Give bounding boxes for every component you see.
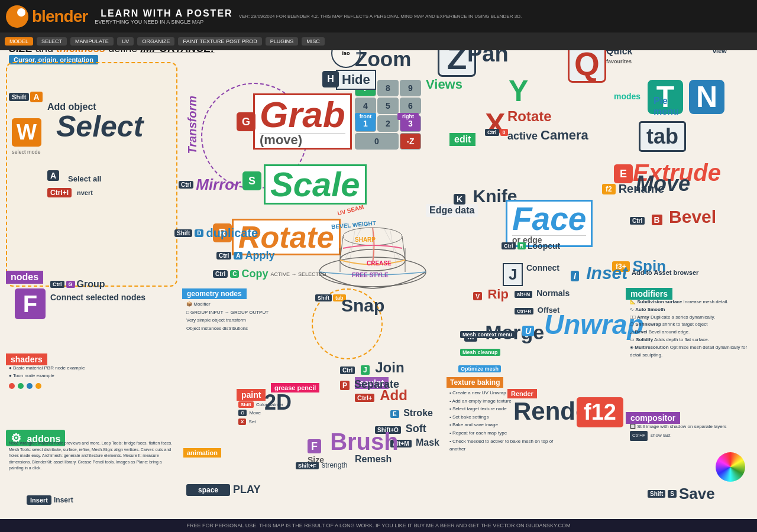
- select-texture-item: • Select target texture node: [449, 405, 568, 413]
- numpad-dot[interactable]: -Z: [400, 133, 421, 150]
- yellow-dot: [35, 383, 41, 389]
- w-key[interactable]: W: [12, 118, 41, 147]
- shift-key-save: Shift: [648, 490, 665, 498]
- group-nodes-text: Group: [77, 279, 105, 290]
- tab-organize[interactable]: ORGANIZE: [137, 37, 174, 46]
- tab-model[interactable]: MODEL: [5, 37, 33, 46]
- insert-key[interactable]: Insert: [27, 495, 51, 505]
- alt-n-key: alt+N: [515, 291, 532, 298]
- tab-interaction-key[interactable]: tab: [639, 121, 686, 152]
- multiresolution-item: ◈ Multiresolution Optimize mesh detail d…: [630, 344, 748, 359]
- modifier-item: 📦 Modifier: [186, 300, 310, 309]
- p-key-sep[interactable]: P: [340, 381, 350, 390]
- shift-a-shortcut: Shift A: [9, 92, 43, 102]
- compositor-list: 🔲 Still image with shadow on separate la…: [630, 423, 748, 441]
- i-key[interactable]: I: [571, 271, 579, 281]
- h-key[interactable]: H: [322, 71, 339, 87]
- x-rotate-key: X: [485, 106, 506, 142]
- geo-nodes-content: 📦 Modifier □ GROUP INPUT → GROUP OUTPUT …: [186, 300, 310, 332]
- numpad-9-opposite[interactable]: 9: [400, 80, 421, 96]
- compositor-content: 🔲 Still image with shadow on separate la…: [630, 423, 748, 441]
- f12-key[interactable]: f12: [577, 397, 623, 427]
- blue-dot: [27, 383, 33, 389]
- ctrl-key-group: Ctrl: [50, 281, 64, 288]
- b-key-bevel[interactable]: B: [652, 215, 662, 225]
- numpad-4[interactable]: 4: [355, 98, 376, 114]
- j-connect-key[interactable]: J: [503, 263, 523, 286]
- s-key[interactable]: S: [242, 171, 261, 190]
- active-camera-label: active Camera: [507, 128, 588, 143]
- numpad-5-ortho[interactable]: 5: [377, 98, 399, 114]
- texture-section-label: Texture baking: [447, 377, 503, 388]
- color-wheel: [716, 452, 745, 482]
- numpad-6[interactable]: 6: [400, 98, 421, 114]
- duplicate-section: Shift D duplicate: [174, 226, 258, 240]
- tab-uv[interactable]: UV: [117, 37, 134, 46]
- numpad-8[interactable]: 8: [377, 80, 399, 96]
- sharp-label: SHARP: [355, 236, 376, 243]
- n-sidebar-key[interactable]: N: [689, 80, 724, 114]
- e-extrude-key[interactable]: E: [614, 164, 633, 183]
- copy-text: Copy: [241, 268, 268, 280]
- j-key-join[interactable]: J: [361, 365, 370, 375]
- shift-key-color: Shift: [238, 401, 254, 408]
- f-connect-key[interactable]: F: [15, 288, 46, 319]
- stroke-label: E Stroke: [390, 408, 433, 419]
- tab-plugins[interactable]: PLUGINS: [266, 37, 299, 46]
- v-key[interactable]: V: [473, 292, 482, 300]
- mirror-section: Ctrl Mirror: [179, 176, 240, 194]
- addons-content: Node wrangler: Material node previews an…: [9, 440, 174, 472]
- offset-text: Ctrl+R Offset: [515, 306, 559, 314]
- group-item: □ GROUP INPUT → GROUP OUTPUT: [186, 309, 310, 317]
- tab-misc[interactable]: MISC: [302, 37, 325, 46]
- u-key[interactable]: U: [522, 326, 534, 336]
- shaders-content: ● Basic material PBR node example ● Toon…: [9, 365, 169, 389]
- add-object-text: Add object: [47, 102, 96, 112]
- snap-big-text: Snap: [341, 296, 384, 316]
- ctrl-r-offset: Ctrl+R: [515, 308, 533, 314]
- modifiers-content: 📐 Subdivision surface Increase mesh deta…: [630, 299, 748, 359]
- normals-text: alt+N Normals: [515, 288, 570, 298]
- r-key-loop[interactable]: R: [517, 242, 526, 249]
- color-dots: [9, 383, 169, 389]
- space-play-section: space PLAY: [186, 484, 260, 496]
- group-nodes-section: Ctrl G Group: [50, 279, 105, 290]
- ctrl-key-mirror: Ctrl: [179, 181, 193, 189]
- freestyle-label: FREE STYLE: [352, 272, 389, 278]
- tab-select[interactable]: SELECT: [37, 37, 67, 46]
- numpad-2[interactable]: 2: [377, 115, 399, 132]
- loopcut-label: Loopcut: [528, 241, 560, 251]
- numpad-right-label: right: [397, 113, 419, 120]
- hide-big-text: Hide: [336, 70, 376, 90]
- shaders-list: ● Basic material PBR node example ● Toon…: [9, 365, 169, 380]
- blender-logo-icon: [6, 5, 28, 28]
- poster-title: LEARN WITH A POSTER: [101, 8, 232, 19]
- uv-unwrap-item: • Create a new UV Unwrap: [449, 389, 568, 397]
- tab-manipulate[interactable]: MANIPULATE: [70, 37, 114, 46]
- ctrl-key-copy: Ctrl: [213, 270, 228, 278]
- apply-section: Ctrl A Apply: [216, 249, 274, 262]
- compositor-section-label: compositor: [626, 412, 680, 424]
- svg-line-7: [349, 231, 355, 266]
- bevel-mod-item: ◿ Bevel Bevel around edge.: [630, 329, 748, 336]
- invert-label: nvert: [77, 189, 93, 196]
- space-key[interactable]: space: [186, 484, 230, 496]
- geo-nodes-list: 📦 Modifier □ GROUP INPUT → GROUP OUTPUT …: [186, 300, 310, 332]
- f-brush-key[interactable]: F: [308, 439, 321, 453]
- bake-settings-item: • Set bake settings: [449, 413, 568, 421]
- ctrl-j-key: Ctrl: [340, 366, 355, 374]
- texture-content: • Create a new UV Unwrap • Add an empty …: [449, 389, 568, 453]
- color-paint-item: Shift Color painter: [238, 401, 312, 409]
- g-key[interactable]: G: [237, 112, 255, 131]
- ctrl-key-cam: Ctrl: [485, 129, 499, 136]
- mesh-cleanup-label: Mesh cleanup: [460, 349, 500, 356]
- k-key[interactable]: K: [454, 194, 465, 205]
- insert-label: Insert: [54, 496, 73, 504]
- numpad-0-camera[interactable]: 0: [355, 133, 399, 150]
- a-select-key: A: [47, 170, 59, 181]
- s-key-save: S: [668, 490, 677, 498]
- tab-paint[interactable]: PAINT TEXTURE POST PROD: [178, 37, 261, 46]
- modes-label: modes: [614, 92, 640, 101]
- brush-big-text: F Brush Size: [308, 429, 399, 465]
- separate-text: P Separate: [340, 378, 399, 391]
